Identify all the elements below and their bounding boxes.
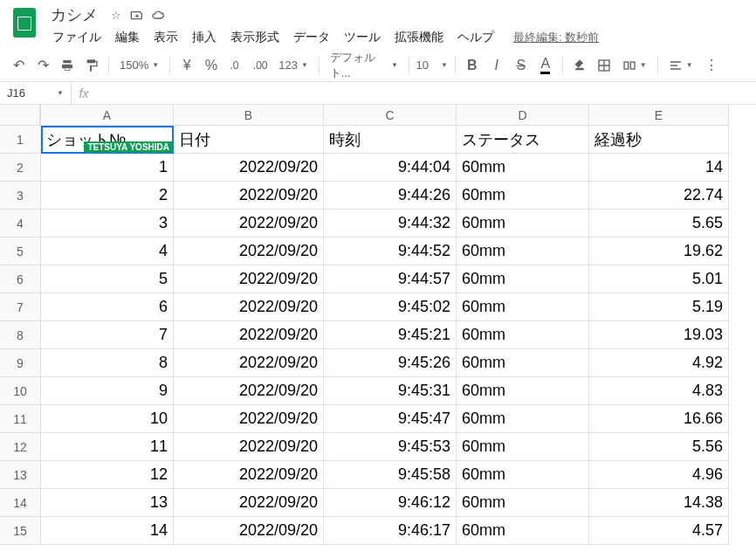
cell-A4[interactable]: 3 (41, 210, 174, 238)
cell-B9[interactable]: 2022/09/20 (174, 349, 324, 377)
cell-E7[interactable]: 5.19 (589, 293, 729, 321)
row-head-11[interactable]: 11 (0, 405, 40, 433)
sheets-logo[interactable] (7, 5, 42, 40)
row-head-2[interactable]: 2 (0, 154, 40, 182)
cell-C8[interactable]: 9:45:21 (324, 321, 457, 349)
bold-button[interactable]: B (461, 54, 484, 77)
cell-A13[interactable]: 12 (41, 461, 174, 489)
row-head-8[interactable]: 8 (0, 321, 40, 349)
cell-A9[interactable]: 8 (41, 349, 174, 377)
cell-A8[interactable]: 7 (41, 321, 174, 349)
cell-C3[interactable]: 9:44:26 (324, 182, 457, 210)
cell-E14[interactable]: 14.38 (589, 489, 729, 517)
cell-C13[interactable]: 9:45:58 (324, 461, 457, 489)
row-head-12[interactable]: 12 (0, 433, 40, 461)
menu-データ[interactable]: データ (286, 26, 337, 49)
cell-E13[interactable]: 4.96 (589, 461, 729, 489)
star-icon[interactable]: ☆ (108, 7, 124, 23)
row-head-10[interactable]: 10 (0, 377, 40, 405)
menu-ツール[interactable]: ツール (337, 26, 388, 49)
cell-D9[interactable]: 60mm (457, 349, 589, 377)
cell-D6[interactable]: 60mm (457, 265, 589, 293)
cell-B13[interactable]: 2022/09/20 (174, 461, 324, 489)
undo-button[interactable]: ↶ (7, 54, 30, 77)
menu-表示[interactable]: 表示 (147, 26, 185, 49)
cell-E11[interactable]: 16.66 (589, 405, 729, 433)
cell-B5[interactable]: 2022/09/20 (174, 238, 324, 265)
font-size-dropdown[interactable]: 10▼ (415, 54, 450, 77)
row-head-1[interactable]: 1 (0, 126, 40, 154)
cell-B1[interactable]: 日付 (174, 126, 324, 154)
fill-color-button[interactable] (568, 54, 591, 77)
cell-C4[interactable]: 9:44:32 (324, 210, 457, 238)
cell-A14[interactable]: 13 (41, 489, 174, 517)
cell-E6[interactable]: 5.01 (589, 265, 729, 293)
row-head-13[interactable]: 13 (0, 461, 40, 489)
cell-D1[interactable]: ステータス (457, 126, 589, 154)
decrease-decimal-button[interactable]: .0 (224, 54, 247, 77)
cell-D2[interactable]: 60mm (457, 154, 589, 182)
cell-E5[interactable]: 19.62 (589, 238, 729, 265)
percent-button[interactable]: % (200, 54, 223, 77)
cell-A12[interactable]: 11 (41, 433, 174, 461)
currency-yen-button[interactable]: ¥ (175, 54, 198, 77)
cell-D13[interactable]: 60mm (457, 461, 589, 489)
cell-D3[interactable]: 60mm (457, 182, 589, 210)
cell-E8[interactable]: 19.03 (589, 321, 729, 349)
cell-C5[interactable]: 9:44:52 (324, 238, 457, 265)
move-icon[interactable] (129, 7, 145, 23)
more-toolbar-button[interactable]: ⋮ (700, 54, 723, 77)
cell-D8[interactable]: 60mm (457, 321, 589, 349)
cell-B7[interactable]: 2022/09/20 (174, 293, 324, 321)
cell-E1[interactable]: 経過秒 (589, 126, 729, 154)
print-button[interactable] (56, 54, 79, 77)
zoom-dropdown[interactable]: 150%▼ (114, 54, 164, 77)
cell-E4[interactable]: 5.65 (589, 210, 729, 238)
col-head-A[interactable]: A (41, 105, 174, 126)
menu-表示形式[interactable]: 表示形式 (223, 26, 286, 49)
col-head-B[interactable]: B (174, 105, 324, 126)
row-head-6[interactable]: 6 (0, 265, 40, 293)
cell-D5[interactable]: 60mm (457, 238, 589, 265)
italic-button[interactable]: I (485, 54, 508, 77)
doc-title[interactable]: カシメ (45, 3, 103, 27)
cell-D14[interactable]: 60mm (457, 489, 589, 517)
align-dropdown[interactable]: ▼ (663, 54, 698, 77)
cell-B4[interactable]: 2022/09/20 (174, 210, 324, 238)
menu-拡張機能[interactable]: 拡張機能 (388, 26, 450, 49)
more-formats-dropdown[interactable]: 123▼ (273, 54, 313, 77)
cell-C7[interactable]: 9:45:02 (324, 293, 457, 321)
col-head-C[interactable]: C (324, 105, 457, 126)
cell-A5[interactable]: 4 (41, 238, 174, 265)
row-head-14[interactable]: 14 (0, 489, 40, 517)
cell-D15[interactable]: 60mm (457, 517, 589, 545)
cell-A6[interactable]: 5 (41, 265, 174, 293)
menu-編集[interactable]: 編集 (108, 26, 147, 49)
row-head-4[interactable]: 4 (0, 210, 40, 238)
cell-D11[interactable]: 60mm (457, 405, 589, 433)
text-color-button[interactable]: A (534, 54, 557, 77)
cloud-status-icon[interactable] (150, 7, 166, 23)
cell-C6[interactable]: 9:44:57 (324, 265, 457, 293)
name-box[interactable]: J16▼ (0, 82, 72, 104)
increase-decimal-button[interactable]: .00 (249, 54, 271, 77)
cell-D7[interactable]: 60mm (457, 293, 589, 321)
row-head-9[interactable]: 9 (0, 349, 40, 377)
cell-E2[interactable]: 14 (589, 154, 729, 182)
cell-E3[interactable]: 22.74 (589, 182, 729, 210)
cell-C1[interactable]: 時刻 (324, 126, 457, 154)
col-head-E[interactable]: E (589, 105, 729, 126)
cell-B11[interactable]: 2022/09/20 (174, 405, 324, 433)
cell-E10[interactable]: 4.83 (589, 377, 729, 405)
cell-B6[interactable]: 2022/09/20 (174, 265, 324, 293)
cell-A7[interactable]: 6 (41, 293, 174, 321)
last-edit-link[interactable]: 最終編集: 数秒前 (513, 30, 599, 45)
cell-D12[interactable]: 60mm (457, 433, 589, 461)
menu-ファイル[interactable]: ファイル (45, 26, 108, 49)
menu-ヘルプ[interactable]: ヘルプ (450, 26, 501, 49)
cell-C15[interactable]: 9:46:17 (324, 517, 457, 545)
cell-A15[interactable]: 14 (41, 517, 174, 545)
cell-B10[interactable]: 2022/09/20 (174, 377, 324, 405)
cell-C10[interactable]: 9:45:31 (324, 377, 457, 405)
cell-E15[interactable]: 4.57 (589, 517, 729, 545)
